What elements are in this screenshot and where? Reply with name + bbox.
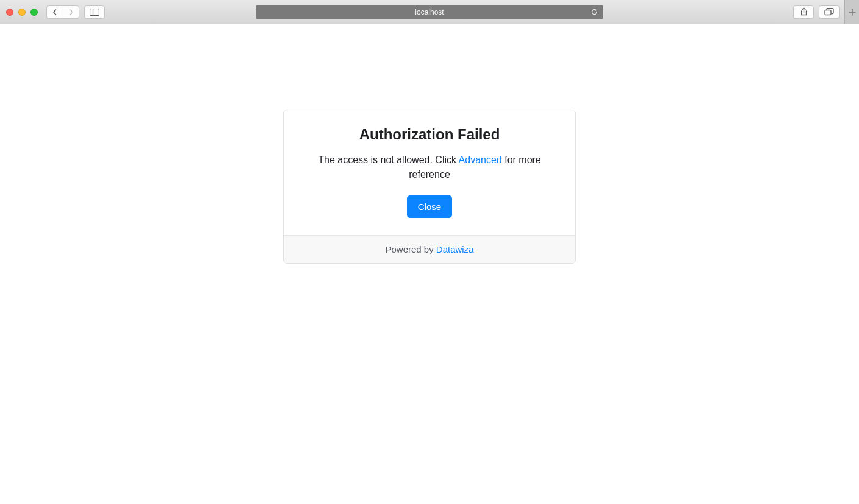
window-maximize-button[interactable] xyxy=(30,9,38,16)
browser-toolbar: localhost xyxy=(0,0,859,24)
plus-icon xyxy=(849,9,856,16)
svg-rect-2 xyxy=(825,10,831,15)
sidebar-toggle-button[interactable] xyxy=(84,5,105,19)
datawiza-link[interactable]: Datawiza xyxy=(436,244,474,254)
advanced-link[interactable]: Advanced xyxy=(459,155,502,165)
tabs-icon xyxy=(824,8,834,16)
url-text: localhost xyxy=(415,8,444,16)
page-content: Authorization Failed The access is not a… xyxy=(0,24,859,504)
share-icon xyxy=(800,7,808,16)
window-minimize-button[interactable] xyxy=(18,9,26,16)
powered-by-label: Powered by xyxy=(385,244,436,254)
dialog-message: The access is not allowed. Click Advance… xyxy=(299,153,560,182)
nav-button-group xyxy=(46,5,79,19)
close-button[interactable]: Close xyxy=(407,195,452,218)
show-tabs-button[interactable] xyxy=(819,5,840,19)
reload-icon xyxy=(590,8,598,16)
sidebar-icon xyxy=(90,9,99,16)
back-button[interactable] xyxy=(47,6,63,18)
dialog-message-prefix: The access is not allowed. Click xyxy=(318,155,458,165)
right-controls xyxy=(793,0,853,24)
window-controls xyxy=(6,9,38,16)
chevron-left-icon xyxy=(52,9,58,15)
dialog-body: Authorization Failed The access is not a… xyxy=(284,110,575,235)
reload-button[interactable] xyxy=(590,8,598,16)
svg-rect-0 xyxy=(90,9,99,15)
share-button[interactable] xyxy=(793,5,814,19)
dialog-footer: Powered by Datawiza xyxy=(284,235,575,263)
new-tab-button[interactable] xyxy=(844,0,859,24)
dialog-title: Authorization Failed xyxy=(299,126,560,143)
address-bar[interactable]: localhost xyxy=(256,5,603,19)
window-close-button[interactable] xyxy=(6,9,13,16)
auth-failed-dialog: Authorization Failed The access is not a… xyxy=(283,110,576,264)
forward-button[interactable] xyxy=(63,6,79,18)
chevron-right-icon xyxy=(68,9,74,15)
